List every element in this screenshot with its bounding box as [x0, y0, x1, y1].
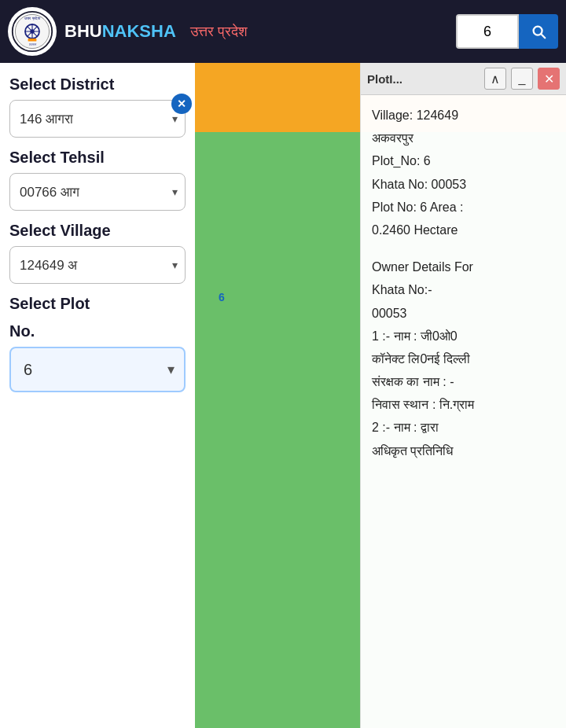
- district-select-wrapper: 146 आगरा ▾ ✕: [9, 100, 186, 138]
- village-select[interactable]: 124649 अ: [9, 246, 186, 284]
- app-name: BHUNAKSHA: [64, 21, 176, 42]
- panel-expand-button[interactable]: ∧: [484, 68, 506, 90]
- info-panel-header: PlotI... ∧ _ ✕: [361, 63, 566, 95]
- info-panel-title: PlotI...: [367, 72, 480, 86]
- info-panel: PlotI... ∧ _ ✕ Village: 124649 अकवरपुर P…: [360, 63, 566, 728]
- info-village-code: Village: 124649: [372, 105, 555, 126]
- info-area-line1: Plot No: 6 Area :: [372, 197, 555, 218]
- info-owner-header3: 00053: [372, 303, 555, 324]
- sidebar: Select District 146 आगरा ▾ ✕ Select Tehs…: [0, 63, 195, 728]
- search-button[interactable]: [519, 14, 558, 49]
- district-label: Select District: [9, 75, 186, 94]
- svg-text:शासन: शासन: [28, 42, 37, 46]
- info-owner-header1: Owner Details For: [372, 256, 555, 278]
- tehsil-select-wrapper: 00766 आग ▾: [9, 173, 186, 211]
- app-header: उत्तर प्रदेश शासन BHUNAKSHA उत्तर प्रदेश: [0, 0, 566, 63]
- plot-select[interactable]: 6: [9, 347, 186, 392]
- plot-label-line2: No.: [9, 322, 186, 340]
- map-plot-label: 6: [219, 291, 225, 303]
- district-close-button[interactable]: ✕: [171, 94, 192, 114]
- info-owner1-line1: 1 :- नाम : जी0ओ0: [372, 325, 555, 347]
- main-content: Select District 146 आगरा ▾ ✕ Select Tehs…: [0, 63, 566, 728]
- info-owner1-line4: निवास स्थान : नि.ग्राम: [372, 394, 555, 415]
- search-box: [456, 14, 558, 49]
- panel-minimize-button[interactable]: _: [511, 68, 533, 90]
- svg-rect-10: [28, 39, 37, 42]
- info-village-name: अकवरपुर: [372, 127, 555, 149]
- app-logo: उत्तर प्रदेश शासन: [8, 7, 57, 56]
- info-owner1-line2: कॉनेक्ट लि0नई दिल्ली: [372, 348, 555, 370]
- search-icon: [530, 23, 547, 40]
- panel-close-button[interactable]: ✕: [538, 68, 560, 90]
- village-select-wrapper: 124649 अ ▾: [9, 246, 186, 284]
- info-content: Village: 124649 अकवरपुर Plot_No: 6 Khata…: [361, 95, 566, 472]
- info-owner2-line2: अधिकृत प्रतिनिधि: [372, 440, 555, 461]
- state-label: उत्तर प्रदेश: [190, 24, 248, 40]
- info-divider: [372, 242, 555, 256]
- svg-text:उत्तर प्रदेश: उत्तर प्रदेश: [24, 16, 40, 21]
- plot-label-line1: Select Plot: [9, 295, 186, 313]
- tehsil-select[interactable]: 00766 आग: [9, 173, 186, 211]
- info-owner1-line3: संरक्षक का नाम : -: [372, 371, 555, 392]
- info-khata-no: Khata No: 00053: [372, 174, 555, 195]
- search-input[interactable]: [456, 14, 519, 49]
- app-name-part2: NAKSHA: [102, 21, 176, 41]
- plot-select-wrapper: 6 ▾: [9, 347, 186, 392]
- info-owner-header2: Khata No:-: [372, 279, 555, 300]
- info-plot-no: Plot_No: 6: [372, 150, 555, 171]
- tehsil-label: Select Tehsil: [9, 149, 186, 167]
- village-label: Select Village: [9, 222, 186, 240]
- app-name-part1: BHU: [64, 21, 102, 41]
- info-owner2-line1: 2 :- नाम : द्वारा: [372, 417, 555, 438]
- district-select[interactable]: 146 आगरा: [9, 100, 186, 138]
- info-area-line2: 0.2460 Hectare: [372, 219, 555, 241]
